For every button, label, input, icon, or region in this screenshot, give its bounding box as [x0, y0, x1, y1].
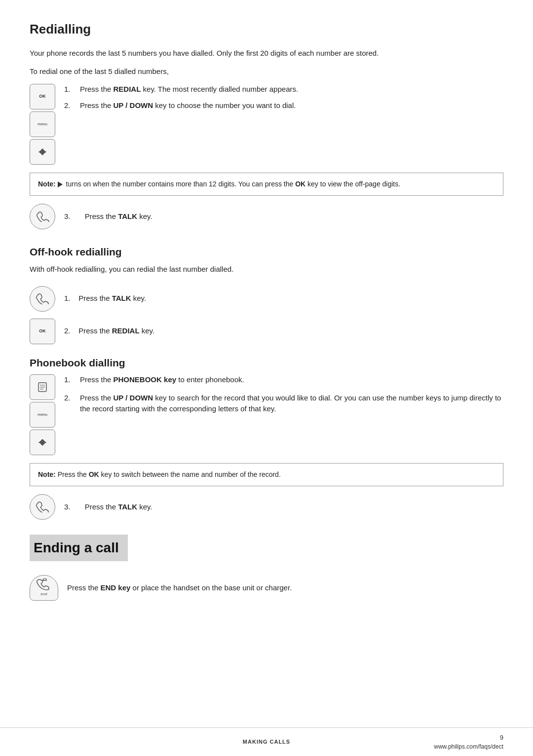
offhook-title: Off-hook redialling [30, 244, 503, 260]
ok-key-icon: OK [30, 84, 55, 109]
redialling-intro2: To redial one of the last 5 dialled numb… [30, 66, 503, 77]
offhook-step1-row: 1. Press the TALK key. [30, 286, 503, 312]
offhook-step2-row: OK 2. Press the REDIAL key. [30, 319, 503, 344]
redialling-step1: 1. Press the REDIAL key. The most recent… [64, 84, 503, 95]
redialling-step3-row: 3. Press the TALK key. [30, 204, 503, 229]
note-box-1: Note: turns on when the number contains … [30, 173, 503, 196]
footer-website: www.philips.com/faqs/dect [434, 742, 503, 751]
ending-a-call-row: end Press the END key or place the hands… [30, 575, 503, 601]
ending-a-call-section: Ending a call end Press the END key or p… [30, 535, 503, 601]
redialling-step2: 2. Press the UP / DOWN key to choose the… [64, 100, 503, 111]
menu-key-icon-2: menu [30, 402, 55, 428]
footer-section-label: MAKING CALLS [243, 738, 290, 746]
svg-marker-1 [38, 151, 46, 155]
redialling-intro1: Your phone records the last 5 numbers yo… [30, 48, 503, 59]
phonebook-key-icon [30, 374, 55, 400]
ok-key-icon-2: OK [30, 319, 55, 344]
talk-key-icon-3 [30, 494, 55, 520]
ending-a-call-title: Ending a call [30, 535, 128, 561]
phonebook-step3-row: 3. Press the TALK key. [30, 494, 503, 520]
footer-page-number: 9 [500, 733, 503, 743]
menu-key-icon: menu [30, 111, 55, 137]
page-footer: MAKING CALLS 9 www.philips.com/faqs/dect [0, 727, 533, 756]
updown-key-icon [30, 139, 55, 165]
end-key-icon: end [30, 575, 58, 601]
ending-a-call-text: Press the END key or place the handset o… [67, 582, 503, 594]
phonebook-title: Phonebook dialling [30, 355, 503, 371]
phonebook-step2: 2. Press the UP / DOWN key to search for… [64, 393, 503, 415]
talk-key-icon-1 [30, 204, 55, 229]
redialling-title: Redialling [30, 20, 503, 39]
talk-key-icon-2 [30, 286, 55, 312]
svg-marker-7 [38, 442, 46, 446]
offhook-intro: With off-hook redialling, you can redial… [30, 264, 503, 275]
note-box-2: Note: Press the OK key to switch between… [30, 463, 503, 486]
phonebook-step1: 1. Press the PHONEBOOK key to enter phon… [64, 374, 503, 386]
updown-key-icon-2 [30, 430, 55, 455]
